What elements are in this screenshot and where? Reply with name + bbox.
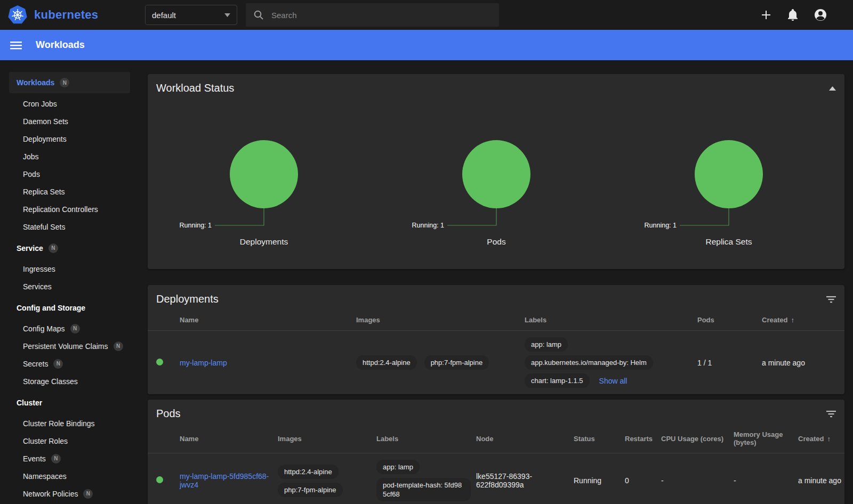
pods-column-header-node[interactable]: Node [476, 435, 574, 443]
topbar-actions [760, 8, 853, 22]
pods-column-header-created[interactable]: Created↑ [798, 435, 844, 443]
sidebar-item-pods[interactable]: Pods [9, 165, 130, 183]
filter-deployments-button[interactable] [826, 296, 836, 303]
new-badge: N [70, 324, 80, 334]
deployment-pods-count: 1 / 1 [697, 359, 762, 367]
search-input[interactable] [271, 11, 492, 20]
namespace-value: default [152, 11, 176, 20]
new-badge: N [51, 454, 61, 464]
workload-status-title: Workload Status [156, 82, 234, 94]
sidebar-item-cluster: Cluster [9, 394, 130, 411]
account-button[interactable] [814, 8, 827, 22]
sidebar: Workloads N Cron Jobs Daemon Sets Deploy… [0, 60, 139, 504]
new-badge: N [53, 359, 63, 369]
pods-card: Pods NameImagesLabelsNodeStatusRestartsC… [148, 400, 844, 504]
sidebar-item-deployments[interactable]: Deployments [9, 130, 130, 148]
search-icon [253, 10, 264, 20]
sidebar-item-namespaces[interactable]: Namespaces [9, 467, 130, 485]
topbar: kubernetes default [0, 0, 853, 30]
kubernetes-logo [7, 5, 28, 25]
chevron-down-icon [224, 13, 230, 17]
notifications-button[interactable] [787, 9, 799, 21]
pods-column-header-restarts[interactable]: Restarts [625, 435, 661, 443]
sidebar-item-replica-sets[interactable]: Replica Sets [9, 183, 130, 200]
deployment-images: httpd:2.4-alpinephp:7-fpm-alpine [356, 355, 525, 370]
chip: pod-template-hash: 5fd985cf68 [376, 478, 471, 501]
chip: php:7-fpm-alpine [424, 355, 489, 370]
sidebar-item-cluster-roles[interactable]: Cluster Roles [9, 432, 130, 450]
donut-chart: Running: 1 [613, 100, 845, 235]
pods-column-header-labels[interactable]: Labels [376, 435, 476, 443]
pods-column-header-name[interactable]: Name [180, 435, 278, 443]
sidebar-item-cron-jobs[interactable]: Cron Jobs [9, 95, 130, 112]
sidebar-item-service[interactable]: Service N [9, 239, 130, 257]
chevron-up-icon [829, 86, 836, 91]
pod-created: a minute ago [798, 476, 841, 485]
deployment-labels: app: lampapp.kubernetes.io/managed-by: H… [525, 337, 697, 388]
deployment-created: a minute ago [762, 359, 805, 367]
sidebar-item-persistent-volume-claims[interactable]: Persistent Volume Claims N [9, 337, 130, 355]
pods-column-header-memory-usage-bytes-[interactable]: Memory Usage (bytes) [734, 430, 798, 446]
pods-column-header-cpu-usage-cores-[interactable]: CPU Usage (cores) [661, 435, 734, 443]
donut-chart: Running: 1 [148, 100, 380, 235]
deployments-column-header-pods[interactable]: Pods [697, 316, 762, 324]
deployments-column-header-name[interactable]: Name [180, 316, 356, 324]
namespace-select[interactable]: default [145, 5, 237, 25]
donut-chart: Running: 1 [380, 100, 613, 235]
filter-pods-button[interactable] [826, 410, 836, 418]
sidebar-item-config-maps[interactable]: Config Maps N [9, 320, 130, 337]
sidebar-item-services[interactable]: Services [9, 278, 130, 295]
new-badge: N [114, 342, 123, 351]
deployments-column-header-created[interactable]: Created↑ [762, 316, 844, 324]
add-button[interactable] [760, 9, 772, 21]
sidebar-item-jobs[interactable]: Jobs [9, 148, 130, 165]
pods-column-header-images[interactable]: Images [278, 435, 376, 443]
collapse-card-button[interactable] [829, 86, 836, 91]
sidebar-item-cluster-role-bindings[interactable]: Cluster Role Bindings [9, 414, 130, 432]
pods-column-header-status[interactable]: Status [574, 435, 625, 443]
workload-status-card: Workload Status Running: 1 Deployments R… [148, 74, 844, 269]
deployments-column-header-labels[interactable]: Labels [525, 316, 697, 324]
chip: chart: lamp-1.1.5 [525, 373, 590, 388]
chip: httpd:2.4-alpine [356, 355, 417, 370]
brand: kubernetes [0, 5, 139, 25]
plus-icon [760, 9, 772, 21]
bell-icon [787, 9, 799, 21]
pod-memory: - [734, 476, 798, 485]
deployments-card: Deployments NameImagesLabelsPodsCreated↑… [148, 285, 844, 394]
sidebar-item-events[interactable]: Events N [9, 450, 130, 467]
pod-images: httpd:2.4-alpinephp:7-fpm-alpine [278, 465, 376, 497]
chart-title: Replica Sets [705, 237, 752, 247]
new-badge: N [60, 78, 69, 87]
deployments-column-header-images[interactable]: Images [356, 316, 525, 324]
sidebar-item-replication-controllers[interactable]: Replication Controllers [9, 200, 130, 218]
show-all-labels-link[interactable]: Show all [599, 377, 627, 385]
pod-node: lke55127-86393-622f8d09399a [476, 472, 574, 489]
chip: app: lamp [525, 337, 568, 352]
hamburger-icon [10, 39, 22, 52]
status-ok-icon [156, 476, 163, 483]
chip: app.kubernetes.io/managed-by: Helm [525, 355, 653, 370]
workload-chart-pods: Running: 1 Pods [380, 100, 613, 247]
sidebar-item-workloads[interactable]: Workloads N [9, 72, 130, 93]
menu-button[interactable] [10, 39, 22, 52]
pods-table-header: NameImagesLabelsNodeStatusRestartsCPU Us… [148, 425, 844, 453]
pod-name-link[interactable]: my-lamp-lamp-5fd985cf68-jwvz4 [180, 472, 269, 489]
sidebar-item-daemon-sets[interactable]: Daemon Sets [9, 112, 130, 130]
svg-text:Running: 1: Running: 1 [645, 222, 677, 229]
sidebar-item-secrets[interactable]: Secrets N [9, 355, 130, 372]
search-bar[interactable] [246, 3, 499, 27]
main-content: Workload Status Running: 1 Deployments R… [139, 60, 853, 504]
sidebar-item-stateful-sets[interactable]: Stateful Sets [9, 218, 130, 235]
page-title: Workloads [36, 39, 85, 51]
deployment-name-link[interactable]: my-lamp-lamp [180, 359, 227, 367]
sort-ascending-icon: ↑ [827, 435, 831, 443]
brand-title: kubernetes [34, 8, 98, 22]
sidebar-item-network-policies[interactable]: Network Policies N [9, 485, 130, 502]
new-badge: N [49, 243, 58, 253]
sidebar-item-storage-classes[interactable]: Storage Classes [9, 372, 130, 390]
deployments-table-header: NameImagesLabelsPodsCreated↑ [148, 311, 844, 331]
sidebar-item-ingresses[interactable]: Ingresses [9, 260, 130, 278]
deployments-title: Deployments [156, 293, 219, 305]
pod-status: Running [574, 476, 625, 485]
